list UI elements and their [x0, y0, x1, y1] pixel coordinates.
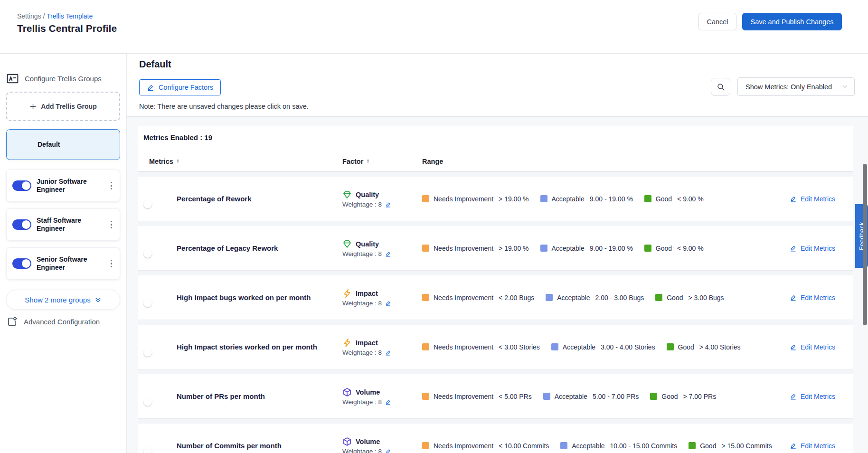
range-value: > 19.00 %	[499, 245, 528, 252]
group-toggle[interactable]	[12, 180, 31, 191]
box-gear-icon	[7, 316, 18, 327]
range-badge: Acceptable9.00 - 19.00 %	[540, 195, 633, 203]
factor-name: Quality	[356, 240, 379, 248]
range-value: < 5.00 PRs	[499, 393, 532, 400]
edit-pencil-icon[interactable]	[385, 300, 391, 306]
group-name: Junior Software Engineer	[37, 178, 94, 194]
range-cell: Needs Improvement< 2.00 BugsAcceptable2.…	[417, 294, 790, 302]
metric-name: Number of Commits per month	[172, 442, 342, 450]
show-metrics-dropdown[interactable]: Show Metrics: Only Enabled	[737, 77, 855, 96]
edit-metrics-label: Edit Metrics	[801, 343, 835, 351]
kebab-menu-icon[interactable]	[109, 180, 114, 192]
range-value: > 3.00 Bugs	[688, 294, 724, 302]
range-color-swatch	[655, 294, 662, 301]
group-toggle[interactable]	[12, 258, 31, 269]
range-badge: Good< 9.00 %	[644, 195, 704, 203]
edit-pencil-icon	[790, 393, 797, 400]
sort-icon[interactable]: ▲▼	[176, 159, 179, 163]
range-value: 2.00 - 3.00 Bugs	[595, 294, 644, 302]
edit-metrics-label: Edit Metrics	[801, 294, 835, 302]
range-level: Good	[656, 195, 672, 203]
metrics-enabled-count: Metrics Enabled : 19	[138, 126, 853, 142]
range-badge: Acceptable9.00 - 19.00 %	[540, 245, 633, 252]
sort-icon[interactable]: ▲▼	[366, 159, 369, 163]
group-toggle[interactable]	[12, 219, 31, 230]
edit-metrics-link[interactable]: Edit Metrics	[790, 343, 853, 351]
edit-metrics-link[interactable]: Edit Metrics	[790, 442, 853, 450]
kebab-menu-icon[interactable]	[109, 258, 114, 270]
gem-icon	[342, 190, 352, 199]
column-header-metrics[interactable]: Metrics ▲▼	[138, 158, 342, 165]
range-color-swatch	[422, 294, 429, 301]
factor-cell: Quality Weightage : 8	[342, 239, 417, 257]
table-row: Number of Commits per month Volume Weigh…	[138, 424, 853, 453]
group-name: Default	[38, 141, 94, 149]
edit-pencil-icon	[790, 195, 797, 202]
range-level: Needs Improvement	[434, 195, 493, 203]
edit-pencil-icon[interactable]	[385, 448, 391, 453]
save-and-publish-button[interactable]: Save and Publish Changes	[742, 13, 842, 30]
edit-metrics-link[interactable]: Edit Metrics	[790, 294, 853, 302]
lightning-icon	[342, 338, 352, 348]
page-title: Trellis Central Profile	[17, 23, 117, 34]
vertical-scrollbar-thumb[interactable]	[863, 164, 867, 325]
edit-pencil-icon[interactable]	[385, 201, 391, 208]
range-level: Acceptable	[572, 442, 604, 450]
edit-pencil-icon[interactable]	[385, 399, 391, 405]
range-badge: Acceptable2.00 - 3.00 Bugs	[546, 294, 644, 302]
breadcrumb-settings[interactable]: Settings	[17, 12, 41, 20]
advanced-configuration-link[interactable]: Advanced Configuration	[7, 316, 100, 327]
edit-pencil-icon[interactable]	[385, 349, 391, 356]
lightning-icon	[342, 289, 352, 298]
kebab-menu-icon[interactable]	[109, 219, 114, 231]
range-cell: Needs Improvement> 19.00 %Acceptable9.00…	[417, 245, 790, 252]
edit-metrics-label: Edit Metrics	[801, 393, 835, 400]
edit-metrics-label: Edit Metrics	[801, 245, 835, 252]
range-value: 9.00 - 19.00 %	[590, 245, 633, 252]
sidebar-item-senior-software-engineer[interactable]: Senior Software Engineer	[6, 247, 120, 280]
weightage-label: Weightage : 8	[342, 300, 382, 307]
row-divider	[138, 171, 853, 177]
metric-name: High Impact bugs worked on per month	[172, 293, 342, 302]
metric-name: High Impact stories worked on per month	[172, 343, 342, 351]
range-color-swatch	[422, 343, 429, 350]
range-level: Needs Improvement	[434, 294, 493, 302]
search-icon	[717, 83, 725, 91]
sidebar: Configure Trellis Groups Add Trellis Gro…	[0, 54, 127, 453]
range-badge: Needs Improvement< 2.00 Bugs	[422, 294, 534, 302]
edit-pencil-icon[interactable]	[385, 251, 391, 257]
sidebar-item-staff-software-engineer[interactable]: Staff Software Engineer	[6, 208, 120, 241]
range-color-swatch	[644, 245, 651, 252]
search-button[interactable]	[711, 78, 730, 96]
row-divider	[138, 418, 853, 424]
add-trellis-group-button[interactable]: Add Trellis Group	[6, 92, 120, 121]
factor-cell: Impact Weightage : 8	[342, 338, 417, 356]
edit-metrics-link[interactable]: Edit Metrics	[790, 245, 853, 252]
row-divider	[138, 221, 853, 226]
range-color-swatch	[543, 393, 550, 400]
range-color-swatch	[540, 195, 547, 202]
edit-metrics-link[interactable]: Edit Metrics	[790, 195, 853, 203]
cancel-button[interactable]: Cancel	[698, 13, 736, 30]
range-level: Good	[667, 294, 683, 302]
range-level: Needs Improvement	[434, 393, 493, 400]
show-more-label: Show 2 more groups	[25, 296, 90, 304]
row-divider	[138, 320, 853, 325]
range-level: Good	[700, 442, 716, 450]
range-badge: Needs Improvement< 5.00 PRs	[422, 393, 532, 400]
column-header-factor[interactable]: Factor ▲▼	[342, 158, 422, 165]
configure-factors-button[interactable]: Configure Factors	[139, 79, 221, 95]
app-header: Settings / Trellis Template Trellis Cent…	[0, 0, 868, 54]
sidebar-item-default[interactable]: Default	[6, 129, 120, 160]
configure-factors-label: Configure Factors	[159, 84, 213, 91]
group-name: Senior Software Engineer	[37, 255, 94, 272]
factor-cell: Quality Weightage : 8	[342, 190, 417, 208]
show-more-groups-button[interactable]: Show 2 more groups	[6, 290, 120, 310]
breadcrumb-trellis-template[interactable]: Trellis Template	[47, 12, 93, 20]
range-level: Good	[656, 245, 672, 252]
sidebar-item-junior-software-engineer[interactable]: Junior Software Engineer	[6, 170, 120, 202]
configure-trellis-groups-section: Configure Trellis Groups	[7, 73, 102, 84]
main-toolbar: Default Configure Factors Note: There ar…	[127, 54, 868, 117]
range-badge: Needs Improvement< 10.00 Commits	[422, 442, 549, 450]
edit-metrics-link[interactable]: Edit Metrics	[790, 393, 853, 400]
